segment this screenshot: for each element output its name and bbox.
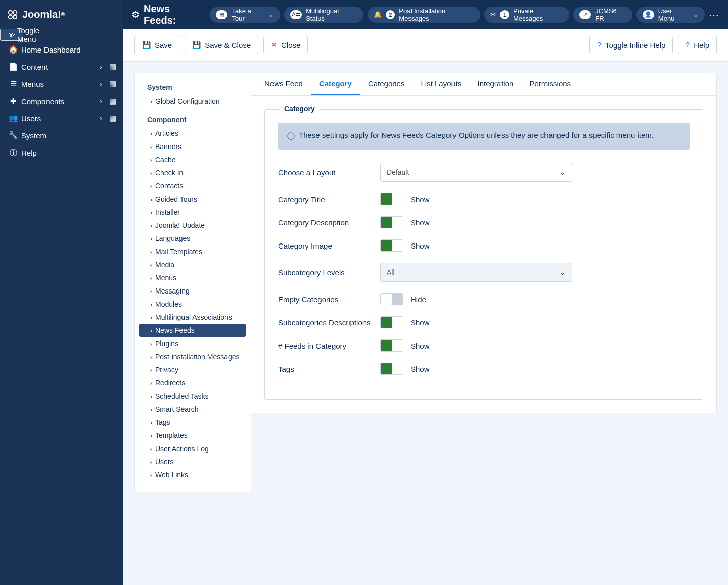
sidebar-item-users[interactable]: 👥 Users ›▦ (0, 110, 123, 127)
sidebar-item-help[interactable]: ⓘ Help (0, 144, 123, 161)
dashboard-icon[interactable]: ▦ (109, 96, 116, 106)
config-nav-item[interactable]: ›Post-installation Messages (147, 350, 246, 363)
select-choose-a-layout[interactable]: Default⌄ (380, 163, 572, 182)
question-icon: ? (597, 41, 601, 49)
config-nav-item[interactable]: ›Tags (147, 416, 246, 429)
gear-icon: ⚙ (131, 9, 140, 20)
chevron-right-icon: › (150, 288, 152, 295)
header-pill-user-menu[interactable]: 👤 User Menu ⌄ (636, 7, 705, 23)
select-subcategory-levels[interactable]: All⌄ (380, 263, 572, 282)
sidebar-item-home-dashboard[interactable]: 🏠 Home Dashboard (0, 41, 123, 58)
header-pill-jcms6-fr[interactable]: ↗ JCMS6 FR (573, 7, 632, 23)
chevron-right-icon: › (150, 301, 152, 308)
config-nav-item[interactable]: ›Banners (147, 140, 246, 153)
config-nav-item[interactable]: ›Redirects (147, 376, 246, 389)
config-nav-item[interactable]: ›Global Configuration (147, 94, 246, 108)
toggle-empty-categories[interactable] (380, 293, 403, 305)
sidebar-item-system[interactable]: 🔧 System (0, 127, 123, 144)
chevron-right-icon: › (150, 446, 152, 453)
config-nav-item[interactable]: ›Articles (147, 127, 246, 140)
header-pill-private-messages[interactable]: ✉1 Private Messages (484, 7, 569, 23)
file-icon: 📄 (7, 62, 19, 71)
sidebar-item-menus[interactable]: ☰ Menus ›▦ (0, 75, 123, 92)
field-row: Choose a Layout Default⌄ (278, 163, 690, 182)
dashboard-icon[interactable]: ▦ (109, 79, 116, 88)
sidebar: Joomla!® 👁Toggle Menu 🏠 Home Dashboard 📄… (0, 0, 123, 585)
toggle-tags[interactable] (380, 363, 403, 375)
chevron-right-icon: › (150, 196, 152, 203)
toggle--feeds-in-category[interactable] (380, 339, 403, 352)
config-nav-item[interactable]: ›Guided Tours (147, 192, 246, 206)
config-nav-item[interactable]: ›Media (147, 258, 246, 271)
config-nav-item[interactable]: ›Multilingual Associations (147, 311, 246, 324)
chevron-down-icon: ⌄ (693, 11, 699, 18)
config-nav-item[interactable]: ›Privacy (147, 363, 246, 376)
tab-categories[interactable]: Categories (360, 73, 413, 95)
toggle-subcategories-descriptions[interactable] (380, 316, 403, 328)
header-pill-post-installation-messages[interactable]: 🔔2 Post Installation Messages (368, 7, 480, 23)
info-alert: ⓘ These settings apply for News Feeds Ca… (278, 123, 690, 150)
sidebar-item-components[interactable]: ✚ Components ›▦ (0, 92, 123, 110)
overflow-menu-icon[interactable]: ⋯ (709, 9, 720, 21)
config-nav-item[interactable]: ›Templates (147, 429, 246, 442)
config-nav-item[interactable]: ›Scheduled Tasks (147, 389, 246, 403)
config-nav-item[interactable]: ›Users (147, 455, 246, 468)
save-icon: 💾 (142, 41, 151, 49)
config-nav-item[interactable]: ›Web Links (147, 468, 246, 481)
toggle-menu[interactable]: 👁Toggle Menu (0, 29, 23, 41)
map-icon: ▤ (216, 10, 228, 19)
config-nav-item[interactable]: ›Mail Templates (147, 245, 246, 258)
chevron-right-icon: › (150, 275, 152, 282)
pill-label: User Menu (658, 7, 689, 22)
help-button[interactable]: ?Help (678, 36, 717, 54)
svg-point-0 (9, 10, 12, 14)
tab-integration[interactable]: Integration (470, 73, 522, 95)
pill-label: JCMS6 FR (595, 7, 626, 22)
toolbar: 💾Save 💾Save & Close ✕Close ?Toggle Inlin… (123, 29, 728, 62)
field-label: Empty Categories (278, 295, 380, 304)
config-nav-item[interactable]: ›Modules (147, 298, 246, 311)
chevron-right-icon: › (150, 406, 152, 413)
config-nav-item[interactable]: ›Check-in (147, 166, 246, 179)
config-nav-item[interactable]: ›Smart Search (147, 403, 246, 416)
config-nav-item[interactable]: ›News Feeds (139, 324, 246, 337)
chevron-down-icon: ⌄ (560, 268, 566, 276)
config-nav-item[interactable]: ›User Actions Log (147, 442, 246, 455)
dashboard-icon[interactable]: ▦ (109, 114, 116, 123)
save-icon: 💾 (192, 41, 201, 49)
mail-icon: ✉ (490, 11, 496, 18)
toggle-label: Show (411, 318, 430, 327)
config-nav-item[interactable]: ›Contacts (147, 179, 246, 192)
toggle-category-description[interactable] (380, 216, 403, 228)
header-pill-take-a-tour[interactable]: ▤ Take a Tour ⌄ (210, 7, 280, 23)
toggle-category-image[interactable] (380, 239, 403, 252)
tab-news-feed[interactable]: News Feed (256, 73, 311, 95)
save-close-button[interactable]: 💾Save & Close (185, 36, 258, 54)
category-fieldset: Category ⓘ These settings apply for News… (264, 109, 703, 400)
toggle-label: Show (411, 218, 430, 227)
pill-label: Private Messages (513, 7, 563, 22)
chevron-right-icon: › (150, 170, 152, 177)
tab-category[interactable]: Category (311, 73, 360, 95)
config-nav-item[interactable]: ›Joomla! Update (147, 219, 246, 232)
config-nav-item[interactable]: ›Installer (147, 206, 246, 219)
users-icon: 👥 (7, 114, 19, 123)
config-nav-item[interactable]: ›Languages (147, 232, 246, 245)
tab-list-layouts[interactable]: List Layouts (413, 73, 469, 95)
save-button[interactable]: 💾Save (134, 36, 179, 54)
svg-point-3 (13, 15, 17, 18)
close-button[interactable]: ✕Close (263, 36, 308, 54)
chevron-right-icon: › (150, 235, 152, 242)
sidebar-item-content[interactable]: 📄 Content ›▦ (0, 58, 123, 75)
field-label: Choose a Layout (278, 168, 380, 177)
tab-permissions[interactable]: Permissions (521, 73, 579, 95)
header-pill-multilingual-status[interactable]: A⇄ Multilingual Status (284, 7, 363, 23)
toggle-category-title[interactable] (380, 193, 403, 205)
toggle-inline-help-button[interactable]: ?Toggle Inline Help (589, 36, 673, 54)
dashboard-icon[interactable]: ▦ (109, 62, 116, 71)
config-nav-item[interactable]: ›Messaging (147, 284, 246, 298)
config-nav-item[interactable]: ›Plugins (147, 337, 246, 350)
brand[interactable]: Joomla!® (0, 0, 123, 29)
config-nav-item[interactable]: ›Menus (147, 271, 246, 284)
config-nav-item[interactable]: ›Cache (147, 153, 246, 166)
